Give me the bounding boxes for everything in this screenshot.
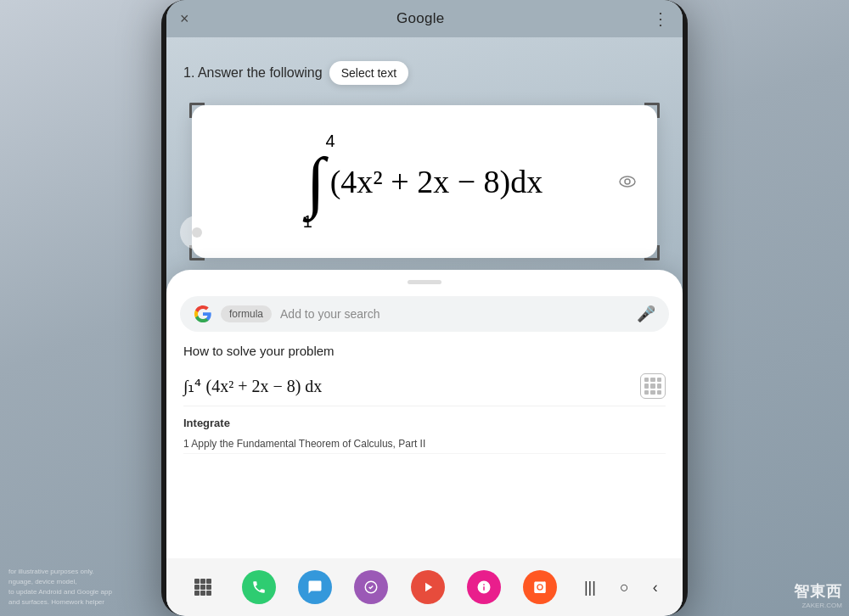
grid-cell	[657, 390, 661, 395]
formula-inner: 4 ∫ 1 (4x² + 2x − 8)dx	[306, 132, 543, 232]
grid-cell	[650, 390, 655, 395]
watermark-right: 智東西 ZAKER.COM	[794, 581, 842, 609]
integral-container: 4 ∫ 1	[306, 132, 325, 232]
bottom-sheet: formula Add to your search 🎤 How to solv…	[166, 270, 683, 558]
message-icon[interactable]	[298, 570, 332, 604]
result-formula: ∫₁⁴ (4x² + 2x − 8) dx	[183, 376, 322, 396]
tablet-frame: × Google ⋮ 1. Answer the following Selec…	[161, 0, 688, 616]
lower-limit: 1	[303, 212, 312, 232]
step-row: 1 Apply the Fundamental Theorem of Calcu…	[183, 434, 666, 454]
formula-card: 4 ∫ 1 (4x² + 2x − 8)dx	[192, 105, 657, 258]
svg-rect-4	[200, 579, 205, 584]
search-bar[interactable]: formula Add to your search 🎤	[180, 296, 669, 332]
grid-cell	[644, 390, 649, 395]
grid-cell	[657, 384, 661, 388]
apps-icon[interactable]	[186, 570, 220, 604]
grid-cell	[650, 378, 655, 382]
voip-icon[interactable]	[354, 570, 388, 604]
how-to-solve-heading: How to solve your problem	[183, 344, 666, 358]
grid-cell	[650, 384, 655, 388]
asterisk-icon[interactable]	[467, 570, 501, 604]
svg-rect-6	[194, 585, 200, 590]
recents-button[interactable]: |||	[579, 574, 601, 602]
svg-point-0	[620, 176, 635, 187]
svg-point-1	[625, 179, 630, 184]
app-title: Google	[396, 10, 445, 27]
more-icon[interactable]: ⋮	[652, 8, 669, 29]
svg-rect-3	[194, 579, 200, 584]
grid-icon[interactable]	[640, 373, 666, 399]
grid-cell	[644, 384, 649, 388]
close-icon[interactable]: ×	[180, 10, 189, 28]
svg-rect-10	[200, 591, 205, 596]
sheet-handle	[408, 280, 441, 284]
svg-rect-7	[200, 585, 205, 590]
sheet-content: How to solve your problem ∫₁⁴ (4x² + 2x …	[166, 332, 683, 454]
system-nav: ||| ○ ‹	[579, 574, 663, 602]
upper-limit: 4	[326, 132, 335, 151]
svg-rect-9	[194, 591, 200, 596]
svg-rect-5	[206, 579, 211, 584]
integrate-label: Integrate	[183, 417, 666, 429]
search-pill: formula	[221, 305, 272, 322]
watermark-left: for illustrative purposes only. nguage, …	[8, 567, 112, 608]
select-text-button[interactable]: Select text	[329, 61, 408, 85]
corner-br	[644, 245, 660, 260]
formula-expression: (4x² + 2x − 8)dx	[330, 163, 543, 200]
svg-rect-11	[206, 591, 211, 596]
nav-bar: ||| ○ ‹	[166, 558, 683, 616]
top-bar: × Google ⋮	[166, 0, 683, 37]
mic-icon[interactable]: 🎤	[637, 305, 655, 323]
eye-button[interactable]	[610, 164, 645, 199]
grid-cell	[644, 378, 649, 382]
screen: × Google ⋮ 1. Answer the following Selec…	[166, 0, 683, 616]
home-button[interactable]: ○	[615, 574, 634, 602]
corner-tl	[189, 103, 205, 118]
integral-symbol: ∫	[306, 151, 325, 212]
svg-rect-8	[206, 585, 211, 590]
google-logo	[194, 305, 212, 323]
music-icon[interactable]	[411, 570, 445, 604]
corner-tr	[644, 103, 660, 118]
svg-point-2	[192, 227, 202, 238]
camera-icon[interactable]	[523, 570, 557, 604]
phone-icon[interactable]	[242, 570, 276, 604]
math-result-area: ∫₁⁴ (4x² + 2x − 8) dx	[183, 367, 666, 406]
grid-cell	[657, 378, 661, 382]
question-area: 1. Answer the following Select text	[183, 61, 666, 85]
back-button[interactable]: ‹	[648, 574, 663, 602]
left-action-button[interactable]	[180, 216, 214, 249]
search-placeholder: Add to your search	[280, 307, 628, 321]
main-area: 1. Answer the following Select text 4 ∫ …	[166, 37, 683, 616]
question-text: 1. Answer the following	[183, 65, 323, 81]
